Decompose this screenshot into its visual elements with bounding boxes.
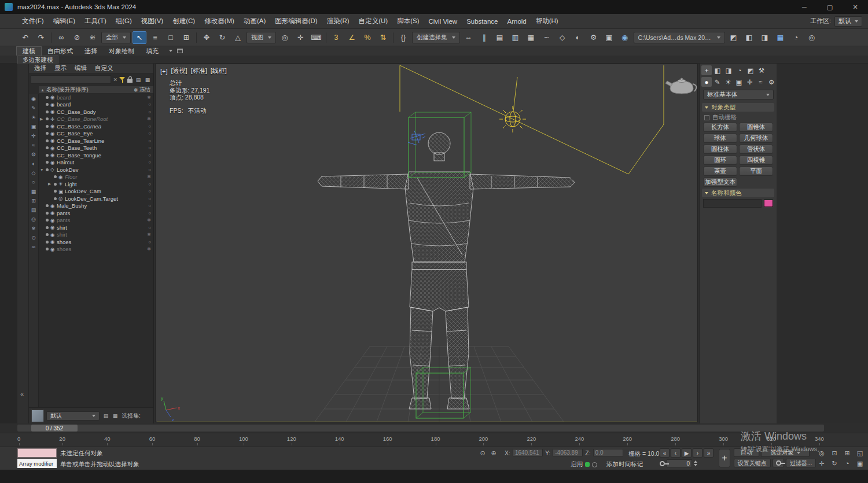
named-sets-icon[interactable]: ▤ — [102, 412, 110, 420]
visibility-dot-icon[interactable] — [46, 219, 49, 222]
key-mode-icon[interactable] — [660, 461, 665, 466]
reference-coordinate-dropdown[interactable]: 视图 — [247, 32, 276, 43]
menu-modifiers[interactable]: 修改器(M) — [200, 15, 239, 28]
mirror-icon[interactable]: ⇔ — [462, 31, 476, 44]
object-name[interactable]: CC_Base_Eye — [57, 130, 148, 137]
frozen-state-icon[interactable]: ○ — [148, 145, 151, 150]
go-to-start-button[interactable]: « — [660, 448, 670, 458]
display-tab[interactable]: ◩ — [745, 65, 756, 75]
filter-space-warps-icon[interactable]: ≈ — [30, 141, 38, 150]
filter-helpers-icon[interactable]: ✛ — [30, 132, 38, 141]
filter-xrefs-icon[interactable]: ▤ — [30, 206, 38, 215]
ribbon-tab-object-paint[interactable]: 对象绘制 — [103, 46, 140, 56]
zoom-region-icon[interactable]: ⊡ — [829, 448, 840, 458]
viewport-layouts-icon[interactable]: ▦ — [774, 31, 788, 44]
visibility-dot-icon[interactable] — [46, 241, 49, 244]
menu-arnold[interactable]: Arnold — [502, 15, 531, 28]
z-coordinate-field[interactable]: 0.0 — [593, 449, 623, 456]
render-production-icon[interactable]: ◉ — [618, 31, 632, 44]
auto-key-button[interactable]: 自动 — [734, 448, 759, 457]
menu-views[interactable]: 视图(V) — [137, 15, 168, 28]
menu-scripting[interactable]: 脚本(S) — [392, 15, 424, 28]
explorer-row[interactable]: ◉ CC_Base_Body ○ — [39, 108, 153, 116]
create-cylinder-button[interactable]: 圆柱体 — [703, 145, 737, 154]
frozen-state-icon[interactable]: ○ — [148, 131, 151, 136]
explorer-columns-icon[interactable]: ▦ — [144, 76, 152, 84]
zoom-icon[interactable]: ◔ — [841, 459, 853, 468]
create-pyramid-button[interactable]: 四棱锥 — [739, 156, 773, 165]
explorer-row[interactable]: ◉ shirt ○ — [39, 224, 153, 231]
isolate-selection-icon[interactable]: ⊙ — [478, 449, 487, 458]
filter-shapes-icon[interactable]: ✎ — [30, 104, 38, 113]
object-name[interactable]: Light — [65, 181, 148, 187]
state-sets-icon[interactable]: ◨ — [758, 31, 772, 44]
add-time-tag-button[interactable]: 添加时间标记 — [606, 460, 643, 469]
explorer-menu-select[interactable]: 选择 — [30, 64, 50, 72]
object-name[interactable]: shirt — [57, 224, 148, 231]
explorer-row[interactable]: ▼ ◇ LookDev ○ — [39, 166, 153, 174]
align-icon[interactable]: ∥ — [477, 31, 491, 44]
menu-help[interactable]: 帮助(H) — [531, 15, 563, 28]
cameras-category[interactable]: ▣ — [734, 77, 744, 87]
menu-substance[interactable]: Substance — [462, 15, 502, 28]
explorer-row[interactable]: ◉ Male_Bushy ○ — [39, 202, 153, 210]
hierarchy-tab[interactable]: ◨ — [723, 65, 734, 75]
object-name[interactable]: CC_Base_Teeth — [57, 145, 148, 151]
visibility-dot-icon[interactable] — [46, 154, 49, 157]
previous-frame-button[interactable]: ‹ — [671, 448, 681, 458]
visibility-dot-icon[interactable] — [46, 125, 49, 128]
ribbon-tab-populate[interactable]: 填充 — [140, 46, 164, 56]
visibility-dot-icon[interactable] — [46, 146, 49, 149]
select-by-name-icon[interactable]: ≡ — [148, 31, 162, 44]
explorer-row[interactable]: ◉ CC_Base_TearLine ○ — [39, 137, 153, 145]
object-name[interactable]: shirt — [57, 231, 147, 238]
collapse-panel-arrow[interactable]: « — [20, 390, 24, 397]
primitive-category-dropdown[interactable]: 标准基本体 — [703, 90, 774, 99]
explorer-row[interactable]: ◉ beard ○ — [39, 101, 153, 109]
maximize-viewport-toggle-icon[interactable]: ◱ — [854, 448, 866, 458]
frozen-state-icon[interactable]: ○ — [148, 225, 151, 230]
set-key-button[interactable]: 设置关键点 — [734, 459, 771, 467]
menu-create[interactable]: 创建(C) — [168, 15, 200, 28]
visibility-dot-icon[interactable] — [54, 190, 57, 193]
field-of-view-icon[interactable]: ⊞ — [841, 448, 853, 458]
spin-down-icon[interactable] — [694, 464, 697, 466]
object-name[interactable]: CC_Base_TearLine — [57, 138, 148, 144]
explorer-row[interactable]: ▶ ✛ CC_Base_BoneRoot ❄ — [39, 116, 153, 123]
menu-file[interactable]: 文件(F) — [17, 15, 49, 28]
zoom-extents-icon[interactable]: ◎ — [816, 448, 827, 458]
frozen-state-icon[interactable]: ❄ — [147, 116, 151, 121]
explorer-row[interactable]: ◉ Haircut ○ — [39, 159, 153, 167]
frozen-state-icon[interactable]: ❄ — [147, 174, 151, 179]
frozen-state-icon[interactable]: ❄ — [147, 95, 151, 100]
visibility-dot-icon[interactable] — [46, 212, 49, 215]
helpers-category[interactable]: ✛ — [745, 77, 755, 87]
explorer-row[interactable]: ◉ CC_Base_Eye ○ — [39, 130, 153, 138]
toggle-ribbon-icon[interactable]: ▦ — [524, 31, 538, 44]
visibility-dot-icon[interactable] — [46, 233, 49, 236]
text-plus-button[interactable]: 加强型文本 — [703, 178, 737, 187]
frame-number-field[interactable]: 0 — [667, 459, 692, 467]
visibility-dot-icon[interactable] — [46, 204, 49, 207]
select-and-manipulate-icon[interactable]: ✛ — [293, 31, 307, 44]
systems-category[interactable]: ⚙ — [766, 77, 777, 87]
angle-snap-icon[interactable]: ∠ — [345, 31, 359, 44]
ribbon-tab-selection[interactable]: 选择 — [79, 46, 103, 56]
create-tube-button[interactable]: 管状体 — [739, 145, 773, 154]
y-coordinate-field[interactable]: -4063.89 — [553, 449, 583, 456]
filter-grids-icon[interactable]: ▦ — [30, 187, 38, 196]
create-box-button[interactable]: 长方体 — [703, 123, 737, 132]
viewport-menu-pov[interactable]: [透视] — [171, 67, 187, 75]
clear-search-icon[interactable]: ✕ — [113, 77, 117, 83]
explorer-row[interactable]: ◉ Floor ❄ — [39, 174, 153, 181]
filter-lights-icon[interactable]: ☀ — [30, 113, 38, 122]
polygon-modeling-panel-tab[interactable]: 多边形建模 — [17, 56, 58, 64]
geometry-category[interactable]: ● — [701, 77, 712, 87]
time-slider-track[interactable]: 0 / 352 — [17, 425, 824, 432]
object-name[interactable]: LookDev — [57, 167, 148, 173]
visibility-dot-icon[interactable] — [46, 96, 49, 99]
filter-funnel-icon[interactable] — [119, 76, 126, 83]
explorer-row[interactable]: ◉ CC_Base_Tongue ○ — [39, 152, 153, 159]
bind-to-space-warp-icon[interactable]: ≋ — [86, 31, 100, 44]
frozen-state-icon[interactable]: ○ — [148, 102, 151, 107]
